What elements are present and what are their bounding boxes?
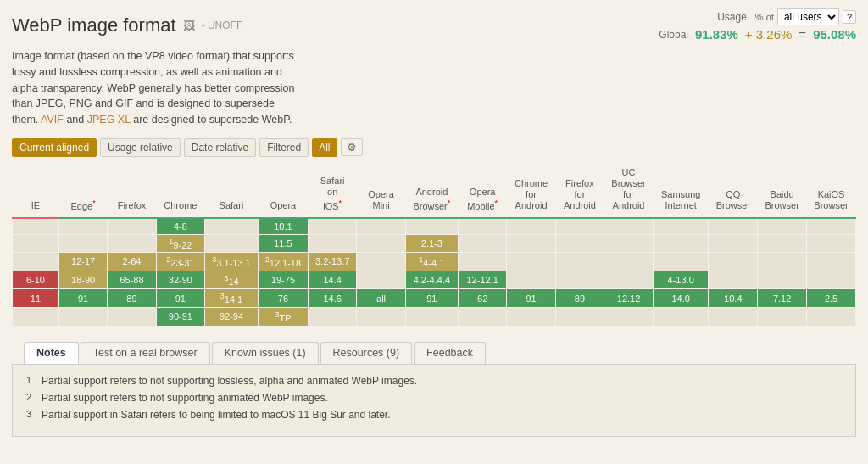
- table-cell: 4-13.0: [653, 271, 708, 289]
- title-icon: 🖼: [183, 19, 195, 32]
- col-header-samsung-internet: SamsungInternet: [653, 164, 708, 218]
- table-cell: 314: [205, 271, 259, 289]
- table-cell: 65-88: [108, 271, 156, 289]
- table-cell: 3.2-13.7: [308, 253, 356, 271]
- table-cell: 3TP: [258, 308, 308, 327]
- table-cell: [604, 234, 654, 253]
- table-cell: 2.5: [807, 289, 856, 308]
- table-cell: [458, 218, 506, 235]
- table-cell: 14.0: [653, 289, 708, 308]
- table-cell: [13, 234, 59, 253]
- table-cell: 14.4: [308, 271, 356, 289]
- col-header-ie: IE: [13, 164, 59, 218]
- table-cell: [507, 308, 555, 327]
- global-eq: =: [798, 27, 806, 42]
- table-row: 90-9192-943TP: [13, 308, 856, 327]
- table-cell: 89: [108, 289, 156, 308]
- col-header-opera: Opera: [258, 164, 308, 218]
- users-select[interactable]: all users: [777, 8, 839, 25]
- column-headers-row: IEEdge*FirefoxChromeSafariOperaSafarioni…: [13, 164, 856, 218]
- jpeg-xl-link[interactable]: JPEG XL: [87, 114, 131, 126]
- table-cell: [13, 253, 59, 271]
- col-header-baidu-browser: BaiduBrowser: [758, 164, 807, 218]
- all-button[interactable]: All: [312, 138, 337, 157]
- bottom-tabs: NotesTest on a real browserKnown issues …: [12, 335, 856, 364]
- table-cell: 10.4: [709, 289, 758, 308]
- col-header-safari-on-ios: SafarioniOS*: [308, 164, 356, 218]
- table-cell: 212.1-18: [258, 253, 308, 271]
- table-body: 4-810.119-2211.52.1-312-172-64223-3133.1…: [13, 218, 856, 327]
- table-cell: [758, 218, 807, 235]
- table-cell: [555, 234, 604, 253]
- table-cell: 91: [507, 289, 555, 308]
- col-header-firefox: Firefox: [108, 164, 156, 218]
- filtered-button[interactable]: Filtered: [259, 138, 309, 157]
- table-cell: [604, 218, 654, 235]
- table-cell: [357, 234, 405, 253]
- col-header-edge: Edge*: [58, 164, 107, 218]
- table-cell: [555, 308, 604, 327]
- table-cell: 19-22: [156, 234, 204, 253]
- table-cell: [13, 218, 59, 235]
- table-cell: [507, 271, 555, 289]
- tab-notes[interactable]: Notes: [24, 342, 79, 364]
- col-header-qq-browser: QQBrowser: [709, 164, 758, 218]
- tab-resources_(9)[interactable]: Resources (9): [320, 342, 413, 364]
- global-label: Global: [659, 29, 688, 41]
- table-row: 6-1018-9065-8832-9031419-7514.44.2-4.4.4…: [13, 271, 856, 289]
- table-cell: [458, 253, 506, 271]
- tab-known_issues_(1)[interactable]: Known issues (1): [212, 342, 319, 364]
- table-cell: [308, 308, 356, 327]
- col-header-uc-browser-for-android: UCBrowserforAndroid: [604, 164, 654, 218]
- global-total: 95.08%: [813, 27, 856, 42]
- gear-button[interactable]: ⚙: [341, 138, 363, 156]
- col-header-chrome-for-android: ChromeforAndroid: [507, 164, 555, 218]
- table-cell: [653, 308, 708, 327]
- table-cell: [758, 271, 807, 289]
- table-cell: 11: [13, 289, 59, 308]
- tab-test_on_a_real_browser[interactable]: Test on a real browser: [81, 342, 210, 364]
- table-cell: 12-12.1: [458, 271, 506, 289]
- table-cell: 2.1-3: [405, 234, 458, 253]
- table-cell: [758, 253, 807, 271]
- table-cell: [507, 234, 555, 253]
- table-row: 12-172-64223-3133.1-13.1212.1-183.2-13.7…: [13, 253, 856, 271]
- usage-relative-button[interactable]: Usage relative: [100, 138, 181, 157]
- current-aligned-button[interactable]: Current aligned: [12, 138, 97, 157]
- table-cell: [58, 218, 107, 235]
- unoff-badge: - UNOFF: [202, 20, 243, 31]
- compat-section: IEEdge*FirefoxChromeSafariOperaSafarioni…: [0, 164, 868, 327]
- table-row: 4-810.1: [13, 218, 856, 235]
- table-cell: [308, 218, 356, 235]
- table-cell: 7.12: [758, 289, 807, 308]
- table-cell: [807, 218, 856, 235]
- table-cell: 91: [405, 289, 458, 308]
- table-cell: [555, 271, 604, 289]
- table-cell: [709, 218, 758, 235]
- avif-link[interactable]: AVIF: [41, 114, 64, 126]
- compat-table: IEEdge*FirefoxChromeSafariOperaSafarioni…: [12, 164, 856, 327]
- table-cell: [604, 253, 654, 271]
- table-cell: 92-94: [205, 308, 259, 327]
- date-relative-button[interactable]: Date relative: [184, 138, 256, 157]
- percent-label: % of: [755, 12, 774, 22]
- tab-feedback[interactable]: Feedback: [414, 342, 486, 364]
- table-cell: [108, 218, 156, 235]
- table-cell: [58, 308, 107, 327]
- table-cell: [507, 218, 555, 235]
- table-cell: [205, 234, 259, 253]
- col-header-android-browser: AndroidBrowser*: [405, 164, 458, 218]
- table-cell: 89: [555, 289, 604, 308]
- table-cell: [653, 218, 708, 235]
- col-header-opera-mini: OperaMini: [357, 164, 405, 218]
- col-header-chrome: Chrome: [156, 164, 204, 218]
- table-cell: 19-75: [258, 271, 308, 289]
- usage-label: Usage: [717, 11, 747, 23]
- table-cell: [807, 234, 856, 253]
- table-cell: [357, 218, 405, 235]
- question-button[interactable]: ?: [843, 10, 856, 24]
- table-cell: 18-90: [58, 271, 107, 289]
- table-cell: [709, 253, 758, 271]
- table-cell: [108, 308, 156, 327]
- description: Image format (based on the VP8 video for…: [0, 45, 314, 135]
